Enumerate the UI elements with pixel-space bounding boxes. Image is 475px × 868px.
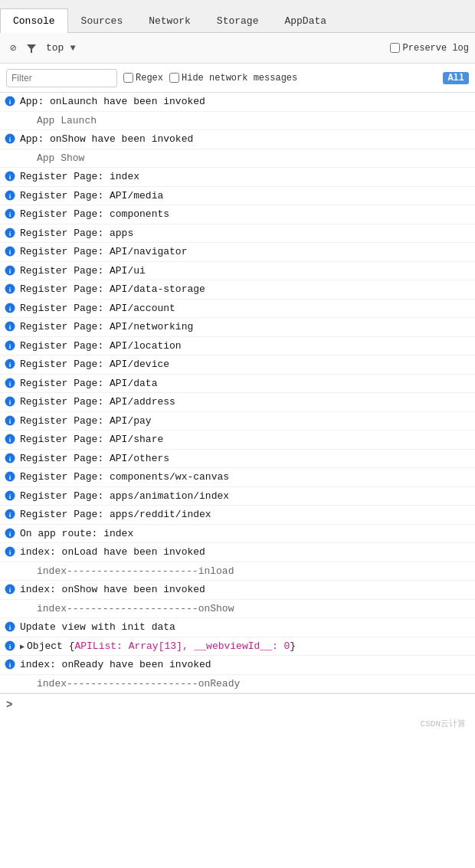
log-entry: index----------------------inload bbox=[0, 562, 475, 581]
log-entry: iRegister Page: API/pay bbox=[0, 412, 475, 431]
info-icon: i bbox=[3, 582, 17, 594]
log-text: Register Page: apps/animation/index bbox=[20, 489, 469, 504]
log-entry: iRegister Page: components bbox=[0, 205, 475, 224]
log-text: Register Page: API/location bbox=[20, 339, 469, 354]
log-entry: iRegister Page: API/navigator bbox=[0, 243, 475, 262]
log-text: Register Page: API/networking bbox=[20, 319, 469, 335]
tab-appdata[interactable]: AppData bbox=[271, 8, 339, 33]
log-text: index: onLoad have been invoked bbox=[20, 545, 469, 560]
log-entry: iindex: onReady have been invoked bbox=[0, 656, 475, 675]
info-icon: i bbox=[3, 470, 17, 482]
log-text: Register Page: API/media bbox=[20, 188, 469, 204]
regex-label[interactable]: Regex bbox=[123, 73, 163, 84]
tab-console[interactable]: Console bbox=[0, 8, 68, 33]
empty-icon bbox=[3, 564, 17, 565]
info-icon: i bbox=[3, 94, 17, 106]
log-text: On app route: index bbox=[20, 526, 469, 542]
log-text: Register Page: index bbox=[20, 169, 469, 185]
info-icon: i bbox=[3, 657, 17, 670]
log-text: Register Page: API/pay bbox=[20, 414, 469, 429]
context-selector[interactable]: top bbox=[46, 42, 64, 54]
log-entry: iRegister Page: apps bbox=[0, 224, 475, 244]
svg-marker-0 bbox=[27, 44, 36, 53]
watermark: CSDN云计算 bbox=[0, 715, 475, 732]
info-icon: i bbox=[3, 357, 17, 369]
info-icon: i bbox=[3, 207, 17, 219]
info-icon: i bbox=[3, 395, 17, 407]
log-entry: iRegister Page: apps/animation/index bbox=[0, 487, 475, 506]
info-icon: i bbox=[3, 526, 17, 539]
filter-input[interactable] bbox=[6, 69, 117, 87]
info-icon: i bbox=[3, 244, 17, 257]
log-text: Register Page: API/device bbox=[20, 357, 469, 372]
prompt-caret: > bbox=[6, 699, 12, 711]
hide-network-checkbox[interactable] bbox=[169, 73, 179, 83]
empty-icon bbox=[3, 151, 17, 152]
tab-sources[interactable]: Sources bbox=[68, 8, 136, 33]
info-icon: i bbox=[3, 132, 17, 144]
log-entry: iApp: onShow have been invoked bbox=[0, 130, 475, 149]
filter-bar: Regex Hide network messages All bbox=[0, 64, 475, 93]
log-text: Register Page: API/navigator bbox=[20, 244, 469, 260]
log-entry: iRegister Page: API/others bbox=[0, 450, 475, 469]
log-text: App Launch bbox=[20, 113, 469, 129]
expand-triangle-icon[interactable]: ▶ bbox=[20, 641, 25, 653]
log-entry: iRegister Page: API/location bbox=[0, 337, 475, 356]
log-text: Update view with init data bbox=[20, 620, 469, 635]
log-text: Register Page: API/ui bbox=[20, 264, 469, 279]
filter-icon[interactable] bbox=[25, 41, 38, 55]
log-text: Register Page: components bbox=[20, 207, 469, 222]
info-icon: i bbox=[3, 376, 17, 388]
log-entry: iRegister Page: components/wx-canvas bbox=[0, 468, 475, 487]
info-icon: i bbox=[3, 282, 17, 294]
log-entry: iRegister Page: API/share bbox=[0, 431, 475, 450]
log-text: App: onLaunch have been invoked bbox=[20, 94, 469, 110]
info-icon: i bbox=[3, 339, 17, 351]
hide-network-label[interactable]: Hide network messages bbox=[169, 73, 297, 84]
log-entry: iUpdate view with init data bbox=[0, 618, 475, 637]
log-text: Register Page: API/share bbox=[20, 432, 469, 447]
info-icon: i bbox=[3, 414, 17, 426]
tab-bar: Console Sources Network Storage AppData bbox=[0, 0, 475, 33]
info-icon: i bbox=[3, 169, 17, 182]
log-entry: i▶Object {APIList: Array[13], __webviewI… bbox=[0, 637, 475, 657]
empty-icon bbox=[3, 676, 17, 678]
log-text: App: onShow have been invoked bbox=[20, 132, 469, 147]
log-entry: App Launch bbox=[0, 112, 475, 131]
tab-storage[interactable]: Storage bbox=[204, 8, 272, 33]
log-entry: iOn app route: index bbox=[0, 525, 475, 544]
log-entry: index----------------------onReady bbox=[0, 675, 475, 694]
regex-checkbox[interactable] bbox=[123, 73, 133, 83]
info-icon: i bbox=[3, 319, 17, 332]
log-text: index: onReady have been invoked bbox=[20, 657, 469, 673]
preserve-log-label[interactable]: Preserve log bbox=[390, 43, 469, 54]
log-entry: iRegister Page: apps/reddit/index bbox=[0, 506, 475, 525]
info-icon: i bbox=[3, 451, 17, 463]
info-icon: i bbox=[3, 226, 17, 238]
log-text: Register Page: apps bbox=[20, 226, 469, 241]
log-text: App Show bbox=[20, 151, 469, 166]
log-text: Register Page: API/account bbox=[20, 301, 469, 316]
preserve-log-checkbox[interactable] bbox=[390, 43, 400, 53]
log-text: index----------------------onShow bbox=[20, 601, 469, 617]
console-log-area: iApp: onLaunch have been invokedApp Laun… bbox=[0, 93, 475, 693]
log-entry: iRegister Page: API/address bbox=[0, 393, 475, 412]
info-icon: i bbox=[3, 264, 17, 276]
log-entry: iRegister Page: API/data-storage bbox=[0, 280, 475, 300]
tab-network[interactable]: Network bbox=[136, 8, 204, 33]
context-dropdown-arrow[interactable]: ▼ bbox=[70, 43, 75, 54]
info-icon: i bbox=[3, 188, 17, 201]
log-text: Register Page: API/data-storage bbox=[20, 282, 469, 297]
empty-icon bbox=[3, 601, 17, 603]
console-prompt[interactable]: > bbox=[0, 693, 475, 715]
toolbar: ⊘ top ▼ Preserve log bbox=[0, 33, 475, 64]
log-text: index----------------------inload bbox=[20, 564, 469, 579]
all-filter-badge[interactable]: All bbox=[443, 72, 469, 84]
log-entry: index----------------------onShow bbox=[0, 600, 475, 619]
log-text: Register Page: API/others bbox=[20, 451, 469, 467]
block-icon[interactable]: ⊘ bbox=[6, 41, 20, 55]
info-icon: i bbox=[3, 507, 17, 519]
info-icon: i bbox=[3, 489, 17, 501]
log-entry: iRegister Page: API/networking bbox=[0, 318, 475, 337]
info-icon: i bbox=[3, 432, 17, 444]
